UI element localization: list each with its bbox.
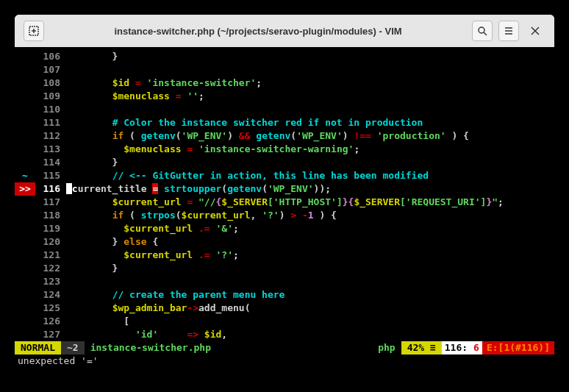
code-line: 108 $id = 'instance-switcher'; [15,76,554,90]
gutter [15,129,35,143]
code-content: $menuclass = ''; [66,90,554,103]
terminal-window: instance-switcher.php (~/projects/seravo… [15,15,554,368]
gutter [15,328,35,341]
line-number: 107 [35,63,66,76]
gutter [15,288,35,302]
gutter [15,235,35,249]
svg-point-3 [479,27,484,33]
code-content: # Color the instance switcher red if not… [66,116,554,129]
line-number: 121 [35,249,66,262]
code-line: 114 } [15,156,554,169]
line-number: 125 [35,302,66,315]
code-line: 125 $wp_admin_bar->add_menu( [15,302,554,315]
status-git: ~2 [61,341,85,354]
code-content: // <-- GitGutter in action, this line ha… [66,169,554,182]
code-line: 106 } [15,50,554,63]
gutter [15,262,35,275]
code-content: // create the parent menu here [66,288,554,302]
window-title: instance-switcher.php (~/projects/seravo… [50,26,466,37]
gutter [15,103,35,116]
code-line: 119 $current_url .= '&'; [15,222,554,235]
code-line: 117 $current_url = "//{$_SERVER['HTTP_HO… [15,196,554,209]
code-line: 124 // create the parent menu here [15,288,554,302]
status-filename: instance-switcher.php [85,341,373,354]
close-button[interactable] [525,21,545,41]
gutter [15,275,35,288]
code-content: } [66,156,554,169]
line-number: 111 [35,116,66,129]
line-number: 117 [35,196,66,209]
line-number: 124 [35,288,66,302]
code-line: 113 $menuclass = 'instance-switcher-warn… [15,143,554,156]
gutter [15,222,35,235]
gutter: ~ [15,169,35,182]
code-line: 123 [15,275,554,288]
line-number: 116 [35,182,66,196]
message-line: unexpected '=' [15,354,554,368]
editor-area[interactable]: 106 }107108 $id = 'instance-switcher';10… [15,47,554,341]
gutter [15,196,35,209]
code-line: 109 $menuclass = ''; [15,90,554,103]
line-number: 115 [35,169,66,182]
line-number: 119 [35,222,66,235]
code-content: } else { [66,235,554,249]
code-content [66,63,554,76]
search-button[interactable] [472,21,493,41]
code-line: 120 } else { [15,235,554,249]
code-line: 112 if ( getenv('WP_ENV') && getenv('WP_… [15,129,554,143]
code-line: 122 } [15,262,554,275]
code-line: ~115 // <-- GitGutter in action, this li… [15,169,554,182]
code-content: if ( getenv('WP_ENV') && getenv('WP_ENV'… [66,129,554,143]
status-line: NORMAL ~2 instance-switcher.php php 42% … [15,341,554,354]
gutter [15,302,35,315]
gutter [15,315,35,328]
line-number: 110 [35,103,66,116]
menu-button[interactable] [498,21,519,41]
new-tab-button[interactable] [24,21,44,41]
line-number: 118 [35,209,66,222]
code-line: >>116 current_title = strtoupper(getenv(… [15,182,554,196]
code-content: } [66,262,554,275]
gutter [15,76,35,90]
code-content: current_title = strtoupper(getenv('WP_EN… [66,182,554,196]
gutter [15,143,35,156]
code-line: 111 # Color the instance switcher red if… [15,116,554,129]
titlebar: instance-switcher.php (~/projects/seravo… [15,15,554,47]
line-number: 112 [35,129,66,143]
line-number: 122 [35,262,66,275]
status-percent: 42% ≡ [401,341,442,354]
code-content: $wp_admin_bar->add_menu( [66,302,554,315]
code-line: 110 [15,103,554,116]
gutter [15,249,35,262]
code-line: 121 $current_url .= '?'; [15,249,554,262]
code-content: $current_url .= '?'; [66,249,554,262]
code-line: 127 'id' => $id, [15,328,554,341]
svg-line-4 [484,32,487,35]
line-number: 120 [35,235,66,249]
status-error: E:[1(#116)] [482,341,554,354]
gutter [15,90,35,103]
code-content: $current_url = "//{$_SERVER['HTTP_HOST']… [66,196,554,209]
gutter [15,63,35,76]
code-content [66,103,554,116]
gutter [15,50,35,63]
line-number: 109 [35,90,66,103]
code-content: $id = 'instance-switcher'; [66,76,554,90]
code-content: [ [66,315,554,328]
line-number: 108 [35,76,66,90]
code-line: 107 [15,63,554,76]
gutter [15,209,35,222]
line-number: 123 [35,275,66,288]
code-content: 'id' => $id, [66,328,554,341]
code-content: } [66,50,554,63]
line-number: 113 [35,143,66,156]
code-content: $menuclass = 'instance-switcher-warning'… [66,143,554,156]
gutter [15,156,35,169]
code-content: if ( strpos($current_url, '?') > -1 ) { [66,209,554,222]
status-filetype: php [372,341,401,354]
code-content [66,275,554,288]
line-number: 126 [35,315,66,328]
code-content: $current_url .= '&'; [66,222,554,235]
code-line: 126 [ [15,315,554,328]
status-column: 6 [470,341,482,354]
